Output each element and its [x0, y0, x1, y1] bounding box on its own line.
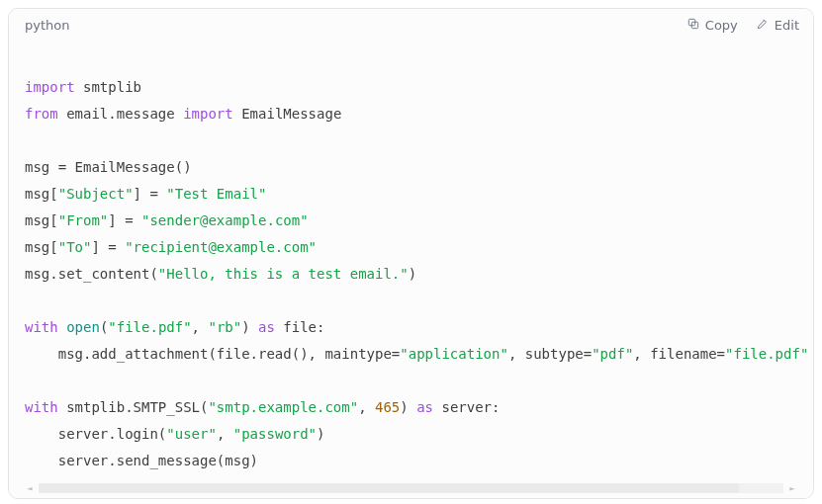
code-token: msg[	[25, 212, 58, 228]
code-token: import	[25, 79, 75, 95]
code-token: file:	[275, 319, 325, 335]
copy-icon	[686, 17, 700, 34]
code-token: "From"	[58, 212, 109, 228]
code-token: , filename=	[633, 346, 725, 362]
code-token: smtplib.SMTP_SSL(	[58, 399, 209, 415]
code-token: )	[409, 266, 416, 282]
code-token: ,	[217, 426, 233, 442]
scroll-right-icon[interactable]: ►	[787, 483, 797, 493]
code-token: msg[	[25, 239, 58, 255]
code-token: "smtp.example.com"	[208, 399, 358, 415]
code-header: python Copy Edit	[9, 9, 813, 42]
code-token: "rb"	[208, 319, 241, 335]
edit-button[interactable]: Edit	[756, 17, 799, 34]
code-token: "sender@example.com"	[141, 212, 309, 228]
code-token	[58, 319, 66, 335]
code-token: "file.pdf"	[108, 319, 191, 335]
code-token: email.message	[58, 106, 183, 122]
scroll-track[interactable]	[39, 483, 783, 493]
code-token: "application"	[400, 346, 508, 362]
code-token: )	[400, 399, 416, 415]
scroll-left-icon[interactable]: ◄	[25, 483, 35, 493]
code-token: msg.set_content(	[25, 266, 158, 282]
code-token: "pdf"	[592, 346, 633, 362]
code-token: smtplib	[75, 79, 141, 95]
code-token: , subtype=	[508, 346, 592, 362]
code-token: "Subject"	[58, 186, 134, 202]
code-token: EmailMessage	[233, 106, 342, 122]
code-token: "recipient@example.com"	[125, 239, 317, 255]
code-token: server.login(	[25, 426, 166, 442]
code-token: ,	[358, 399, 375, 415]
code-token: ] =	[91, 239, 125, 255]
code-token: msg = EmailMessage()	[25, 159, 192, 175]
scroll-thumb[interactable]	[39, 483, 739, 493]
edit-label: Edit	[775, 18, 799, 33]
copy-label: Copy	[705, 18, 738, 33]
code-area[interactable]: import smtplib from email.message import…	[9, 42, 813, 484]
code-token: ,	[192, 319, 209, 335]
language-label: python	[25, 18, 69, 33]
code-token: open	[66, 319, 100, 335]
code-token: from	[25, 106, 58, 122]
code-token: ] =	[108, 212, 141, 228]
code-block: python Copy Edit import smtplib from ema…	[8, 8, 814, 499]
code-token: )	[317, 426, 324, 442]
code-token: msg.add_attachment(file.read(), maintype…	[25, 346, 400, 362]
code-token: with	[25, 399, 58, 415]
code-token: msg[	[25, 186, 58, 202]
code-token: server.send_message(msg)	[25, 453, 258, 468]
copy-button[interactable]: Copy	[686, 17, 738, 34]
horizontal-scrollbar[interactable]: ◄ ►	[9, 484, 813, 498]
code-token: "password"	[233, 426, 317, 442]
code-content: import smtplib from email.message import…	[25, 47, 797, 474]
code-token: with	[25, 319, 58, 335]
code-token: "file.pdf"	[725, 346, 808, 362]
code-token: "Test Email"	[166, 186, 266, 202]
code-token: )	[241, 319, 258, 335]
code-token: as	[416, 399, 433, 415]
code-token: server:	[433, 399, 500, 415]
code-token: import	[183, 106, 233, 122]
code-token: as	[258, 319, 275, 335]
code-token: 465	[375, 399, 400, 415]
edit-icon	[756, 17, 770, 34]
code-token: "To"	[58, 239, 92, 255]
code-token: "user"	[166, 426, 217, 442]
code-token: "Hello, this is a test email."	[158, 266, 409, 282]
header-actions: Copy Edit	[686, 17, 799, 34]
code-token: ] =	[134, 186, 167, 202]
